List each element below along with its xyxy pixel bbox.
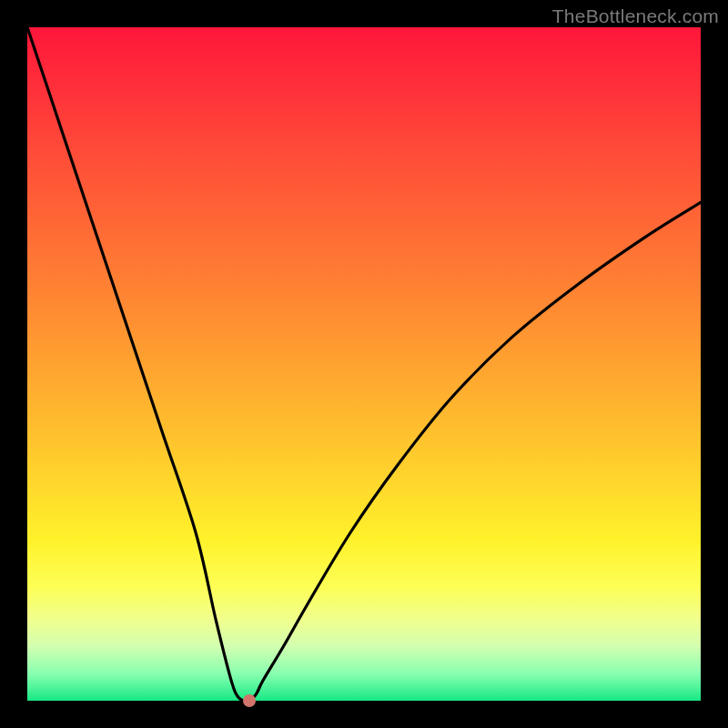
plot-area: [27, 27, 701, 701]
minimum-marker: [243, 694, 256, 707]
watermark-text: TheBottleneck.com: [552, 5, 719, 27]
curve-path: [27, 27, 701, 702]
chart-frame: TheBottleneck.com: [0, 0, 728, 728]
bottleneck-curve: [27, 27, 701, 701]
